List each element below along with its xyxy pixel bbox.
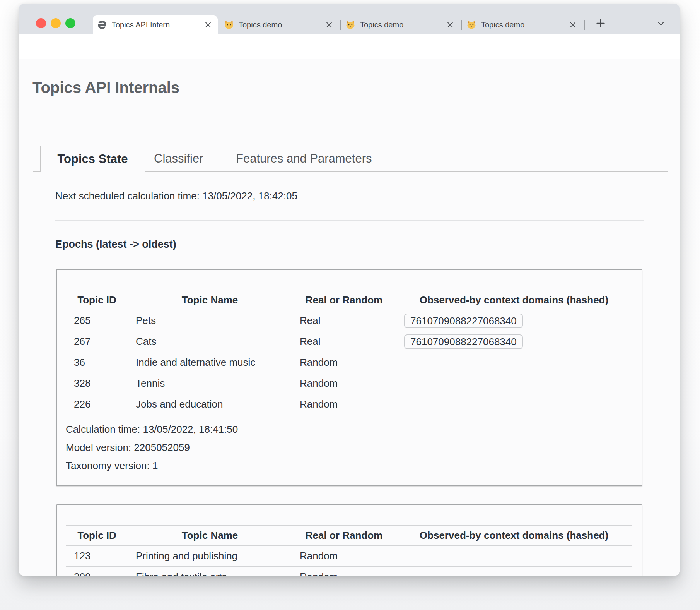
tab-title: Topics demo	[360, 21, 443, 29]
cat-icon	[345, 20, 355, 30]
topics-table: Topic ID Topic Name Real or Random Obser…	[66, 290, 632, 415]
table-row: 123 Printing and publishing Random	[66, 546, 632, 567]
model-version: Model version: 2205052059	[66, 439, 642, 457]
tab-strip: Topics API Intern Topics demo	[19, 4, 680, 34]
col-observed-by: Observed-by context domains (hashed)	[396, 526, 632, 546]
browser-tab-topics-demo-1[interactable]: Topics demo	[220, 15, 340, 34]
col-topic-name: Topic Name	[128, 290, 292, 310]
hashed-domain-chip: 7610709088227068340	[404, 334, 523, 349]
traffic-light-minimize-button[interactable]	[51, 18, 61, 28]
observed-by-cell	[396, 546, 632, 567]
close-icon[interactable]	[204, 21, 212, 29]
browser-tab-topics-demo-2[interactable]: Topics demo	[341, 15, 461, 34]
hashed-domain-chip: 7610709088227068340	[404, 314, 523, 328]
cat-icon	[224, 20, 234, 30]
real-or-random: Random	[292, 373, 396, 394]
browser-window: Topics API Intern Topics demo	[19, 4, 680, 576]
col-topic-id: Topic ID	[66, 290, 128, 310]
chevron-down-icon[interactable]	[656, 19, 666, 28]
browser-tab-topics-demo-3[interactable]: Topics demo	[462, 15, 584, 34]
topic-id: 267	[66, 331, 128, 352]
tab-title: Topics demo	[481, 21, 565, 29]
real-or-random: Real	[292, 331, 396, 352]
table-row: 265 Pets Real 7610709088227068340	[66, 310, 632, 331]
horizontal-divider	[55, 220, 644, 221]
tab-title: Topics API Intern	[112, 21, 201, 29]
table-header-row: Topic ID Topic Name Real or Random Obser…	[66, 290, 632, 310]
traffic-light-close-button[interactable]	[36, 18, 46, 28]
globe-icon	[97, 20, 107, 30]
topic-name: Pets	[128, 310, 292, 331]
real-or-random: Random	[292, 567, 396, 576]
table-row: 328 Tennis Random	[66, 373, 632, 394]
topic-id: 328	[66, 373, 128, 394]
topic-id: 200	[66, 567, 128, 576]
topic-name: Cats	[128, 331, 292, 352]
observed-by-cell: 7610709088227068340	[396, 310, 632, 331]
topic-id: 123	[66, 546, 128, 567]
observed-by-cell	[396, 567, 632, 576]
topic-id: 36	[66, 352, 128, 373]
table-row: 200 Fibre and textile arts Random	[66, 567, 632, 576]
close-icon[interactable]	[325, 21, 333, 29]
real-or-random: Real	[292, 310, 396, 331]
topic-name: Printing and publishing	[128, 546, 292, 567]
col-topic-name: Topic Name	[128, 526, 292, 546]
observed-by-cell: 7610709088227068340	[396, 331, 632, 352]
topic-name: Tennis	[128, 373, 292, 394]
next-calculation-time: Next scheduled calculation time: 13/05/2…	[55, 190, 297, 202]
col-real-or-random: Real or Random	[292, 290, 396, 310]
page-content: Topics API Internals Topics State Classi…	[19, 59, 680, 576]
new-tab-plus-icon[interactable]	[595, 17, 606, 29]
cat-icon	[466, 20, 476, 30]
close-icon[interactable]	[569, 21, 577, 29]
observed-by-cell	[396, 373, 632, 394]
traffic-light-zoom-button[interactable]	[65, 18, 75, 28]
topic-name: Indie and alternative music	[128, 352, 292, 373]
real-or-random: Random	[292, 394, 396, 415]
tab-features-and-parameters[interactable]: Features and Parameters	[236, 146, 372, 171]
tab-classifier[interactable]: Classifier	[154, 146, 203, 171]
col-topic-id: Topic ID	[66, 526, 128, 546]
browser-tab-topics-internals[interactable]: Topics API Intern	[93, 15, 218, 34]
tab-title: Topics demo	[239, 21, 322, 29]
real-or-random: Random	[292, 546, 396, 567]
topic-name: Fibre and textile arts	[128, 567, 292, 576]
tab-topics-state[interactable]: Topics State	[40, 146, 145, 172]
table-row: 226 Jobs and education Random	[66, 394, 632, 415]
table-row: 267 Cats Real 7610709088227068340	[66, 331, 632, 352]
topic-id: 226	[66, 394, 128, 415]
table-header-row: Topic ID Topic Name Real or Random Obser…	[66, 526, 632, 546]
observed-by-cell	[396, 352, 632, 373]
observed-by-cell	[396, 394, 632, 415]
table-row: 36 Indie and alternative music Random	[66, 352, 632, 373]
col-observed-by: Observed-by context domains (hashed)	[396, 290, 632, 310]
page-title: Topics API Internals	[32, 79, 179, 96]
epochs-heading: Epochs (latest -> oldest)	[55, 238, 176, 250]
topic-id: 265	[66, 310, 128, 331]
epoch-panel-older: Topic ID Topic Name Real or Random Obser…	[56, 504, 642, 576]
taxonomy-version: Taxonomy version: 1	[66, 457, 642, 475]
tab-divider	[584, 20, 585, 30]
calculation-time: Calculation time: 13/05/2022, 18:41:50	[66, 420, 642, 439]
col-real-or-random: Real or Random	[292, 526, 396, 546]
browser-toolbar: Chrome chrome://topics-internals	[19, 34, 680, 59]
real-or-random: Random	[292, 352, 396, 373]
close-icon[interactable]	[446, 21, 454, 29]
topic-name: Jobs and education	[128, 394, 292, 415]
topics-table: Topic ID Topic Name Real or Random Obser…	[66, 525, 632, 576]
epoch-panel-latest: Topic ID Topic Name Real or Random Obser…	[56, 269, 642, 486]
